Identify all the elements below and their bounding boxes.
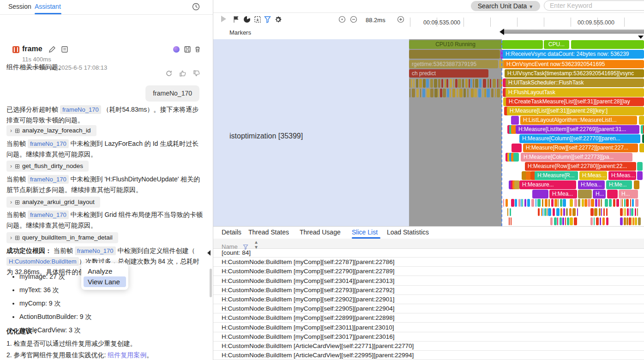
table-row[interactable]: H:CustomNode:BuildItem [ArticleCardView]…	[213, 342, 644, 351]
trace-tick[interactable]	[620, 199, 621, 207]
trace-tick[interactable]	[547, 208, 548, 216]
trace-slice[interactable]: H:Measure[Column][self:22770][paren...	[519, 134, 640, 143]
trace-tick[interactable]	[553, 208, 555, 216]
trace-slice[interactable]: H:Meas...	[608, 171, 636, 180]
trace-tick[interactable]	[596, 217, 599, 225]
trace-tick[interactable]	[560, 199, 562, 207]
trace-tick[interactable]	[471, 89, 474, 97]
trace-slice[interactable]: ch predict	[409, 69, 488, 78]
tab-session[interactable]: Session	[8, 3, 31, 10]
trace-tick[interactable]	[605, 199, 608, 207]
trace-slice-fragment[interactable]	[512, 144, 522, 152]
trace-slice-fragment[interactable]	[502, 40, 543, 49]
tab-details[interactable]: Details	[222, 228, 241, 236]
trace-tick[interactable]	[620, 208, 623, 216]
trace-tick[interactable]	[578, 199, 580, 207]
trace-tick[interactable]	[447, 89, 449, 97]
tool-call-analyze-arkui-grid-layout[interactable]: ›analyze_arkui_grid_layout	[6, 197, 100, 208]
tab-assistant[interactable]: Assistant	[35, 3, 61, 10]
trace-tick[interactable]	[622, 199, 623, 207]
trace-tick[interactable]	[510, 208, 511, 216]
tab-thread-usage[interactable]: Thread Usage	[300, 228, 341, 236]
trace-tick[interactable]	[616, 199, 619, 207]
trace-tick[interactable]	[499, 79, 500, 88]
trace-tick[interactable]	[570, 217, 573, 225]
trace-tick[interactable]	[446, 79, 448, 88]
trace-tick[interactable]	[473, 79, 474, 88]
trace-tick[interactable]	[562, 217, 564, 225]
trace-tick[interactable]	[430, 89, 433, 97]
trace-tick[interactable]	[595, 199, 597, 207]
trace-tick[interactable]	[620, 217, 623, 225]
table-row[interactable]: H:CustomNode:BuildItem [ArticleCardView]…	[213, 351, 644, 360]
trace-tick[interactable]	[450, 89, 451, 97]
trace-tick[interactable]	[594, 208, 597, 216]
tool-call-analyze-lazy-foreach[interactable]: ›analyze_lazy_foreach_id	[6, 125, 96, 136]
trace-tick[interactable]	[450, 79, 452, 88]
trace-slice[interactable]: H:CreateTaskMeasure[List][self:31][paren…	[506, 97, 644, 106]
trace-tick[interactable]	[554, 217, 557, 225]
trace-slice-fragment[interactable]	[513, 153, 519, 162]
builditem-chip[interactable]: H:CustomNode:BuildItem	[6, 257, 79, 266]
trace-tick[interactable]	[419, 79, 422, 88]
trace-tick[interactable]	[455, 79, 457, 88]
zoom-out-icon[interactable]	[350, 16, 357, 23]
trace-tick[interactable]	[551, 199, 554, 207]
trace-tick[interactable]	[474, 89, 477, 97]
trace-tick[interactable]	[572, 208, 576, 216]
trace-slice[interactable]: H:UIVsyncTask[timestamp:53623920541695][…	[505, 69, 644, 78]
trace-tick[interactable]	[470, 79, 472, 88]
trace-tick[interactable]	[515, 199, 517, 207]
trace-slice[interactable]: H:Measure[Row][self:22772][parent:227...	[523, 144, 638, 152]
trace-slice[interactable]: H:Meas...	[579, 171, 607, 180]
left-panel-scrollbar[interactable]	[210, 269, 212, 297]
trace-tick[interactable]	[626, 199, 629, 207]
tab-slice-list[interactable]: Slice List	[352, 228, 378, 236]
table-row[interactable]: H:CustomNode:BuildItem [myComp][self:227…	[213, 258, 644, 267]
trace-tick[interactable]	[542, 199, 543, 207]
trace-tick[interactable]	[463, 89, 466, 97]
trace-tick[interactable]	[582, 199, 584, 207]
trace-tick[interactable]	[632, 217, 632, 225]
trace-tick[interactable]	[577, 208, 578, 216]
trace-tick[interactable]	[591, 199, 594, 207]
trace-tick[interactable]	[584, 199, 587, 207]
trace-tick[interactable]	[478, 89, 481, 97]
trace-slice[interactable]: H:UITaskScheduler::FlushTask	[506, 78, 644, 87]
trace-tick[interactable]	[554, 199, 557, 207]
trace-tick[interactable]	[601, 199, 602, 207]
tab-thread-states[interactable]: Thread States	[248, 228, 289, 236]
trace-tick[interactable]	[409, 89, 410, 97]
trace-tick[interactable]	[635, 199, 638, 207]
delete-icon[interactable]	[194, 46, 201, 53]
trace-tick[interactable]	[538, 208, 540, 216]
trace-tick[interactable]	[624, 217, 626, 225]
keyword-search-input[interactable]	[544, 0, 644, 11]
trace-tick[interactable]	[416, 79, 418, 88]
trace-tick[interactable]	[427, 89, 430, 97]
thumbs-down-icon[interactable]	[193, 70, 200, 77]
trace-tick[interactable]	[522, 199, 523, 207]
trace-tick[interactable]	[627, 208, 629, 216]
table-row[interactable]: H:CustomNode:BuildItem [myComp][self:230…	[213, 332, 644, 342]
tool-call-query-builditem[interactable]: ›query_buildItem_in_frame_detail	[6, 232, 118, 243]
table-row[interactable]: H:CustomNode:BuildItem [myComp][self:227…	[213, 267, 644, 276]
trace-tick[interactable]	[497, 89, 500, 97]
trace-tick[interactable]	[521, 199, 522, 207]
trace-tick[interactable]	[434, 89, 438, 97]
trace-tick[interactable]	[423, 79, 426, 88]
trace-slice[interactable]: H:Measure[Column][self:22773][pa...	[521, 153, 632, 162]
trace-tick[interactable]	[430, 79, 433, 88]
trace-tick[interactable]	[412, 89, 415, 97]
trace-tick[interactable]	[548, 208, 551, 216]
flag-icon[interactable]	[233, 16, 240, 23]
trace-tick[interactable]	[629, 217, 631, 225]
trace-tick[interactable]	[569, 208, 572, 216]
trace-tick[interactable]	[560, 208, 562, 216]
table-row[interactable]: H:CustomNode:BuildItem [myComp][self:230…	[213, 276, 644, 286]
ai-model-icon[interactable]	[173, 46, 180, 53]
trace-slice[interactable]: H:Me...	[606, 180, 632, 189]
history-icon[interactable]	[192, 3, 200, 11]
panel-collapse-arrow[interactable]	[207, 250, 211, 256]
play-icon[interactable]	[221, 16, 226, 22]
